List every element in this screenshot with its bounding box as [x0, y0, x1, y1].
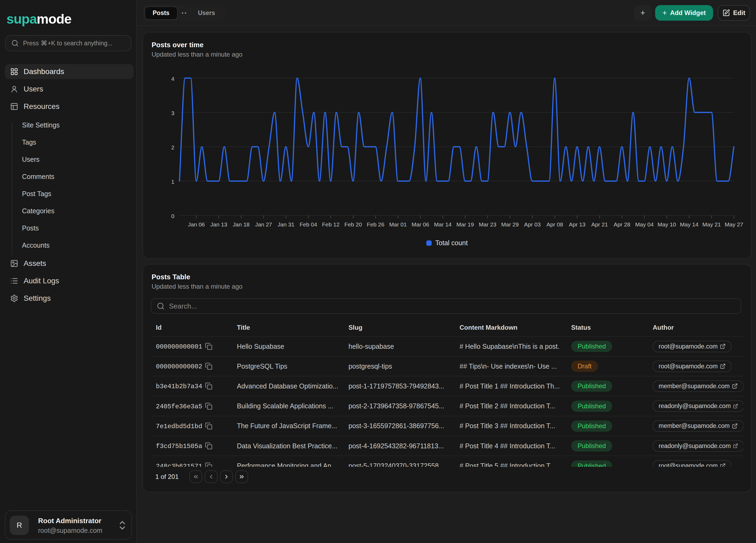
- svg-text:Apr 21: Apr 21: [591, 221, 608, 228]
- svg-text:May 04: May 04: [635, 221, 654, 228]
- svg-text:Feb 26: Feb 26: [367, 221, 384, 228]
- svg-text:3: 3: [171, 110, 174, 116]
- svg-text:Apr 08: Apr 08: [546, 221, 563, 228]
- svg-text:2: 2: [171, 144, 174, 151]
- svg-text:0: 0: [171, 213, 174, 219]
- svg-text:Apr 03: Apr 03: [524, 221, 541, 228]
- svg-text:Mar 19: Mar 19: [456, 221, 474, 228]
- svg-text:Jan 06: Jan 06: [188, 221, 205, 228]
- svg-text:Feb 20: Feb 20: [344, 221, 362, 228]
- svg-text:Jan 27: Jan 27: [255, 221, 272, 228]
- svg-text:Mar 29: Mar 29: [501, 221, 519, 228]
- svg-text:Mar 14: Mar 14: [434, 221, 452, 228]
- svg-text:May 27: May 27: [725, 221, 743, 228]
- svg-text:1: 1: [171, 179, 174, 185]
- svg-text:May 10: May 10: [658, 221, 676, 228]
- svg-text:May 14: May 14: [680, 221, 699, 228]
- svg-text:Mar 23: Mar 23: [479, 221, 496, 228]
- svg-text:Mar 06: Mar 06: [412, 221, 429, 228]
- svg-text:4: 4: [171, 76, 174, 82]
- svg-text:Mar 01: Mar 01: [389, 221, 407, 228]
- svg-text:Jan 31: Jan 31: [277, 221, 294, 228]
- svg-text:Feb 12: Feb 12: [322, 221, 339, 228]
- svg-text:Apr 13: Apr 13: [569, 221, 586, 228]
- svg-text:Jan 13: Jan 13: [210, 221, 227, 228]
- svg-text:Feb 04: Feb 04: [300, 221, 317, 228]
- svg-text:Apr 28: Apr 28: [614, 221, 630, 228]
- svg-text:May 21: May 21: [702, 221, 721, 228]
- svg-text:Jan 18: Jan 18: [233, 221, 249, 228]
